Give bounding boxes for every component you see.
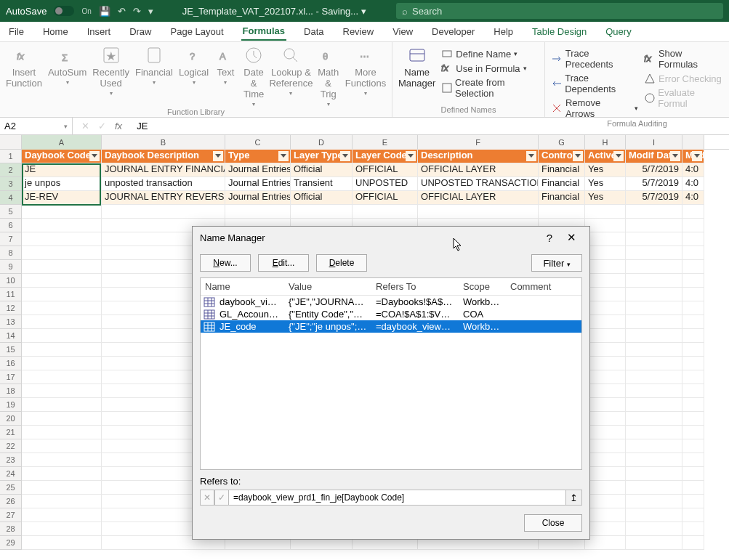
table-cell[interactable]: UNPOSTED — [353, 177, 418, 191]
table-cell[interactable]: JE-REV — [22, 191, 102, 205]
table-cell[interactable] — [626, 495, 682, 508]
table-cell[interactable] — [682, 329, 704, 343]
table-cell[interactable]: unposted transaction — [102, 177, 225, 191]
remove-arrows-button[interactable]: Remove Arrows ▾ — [551, 97, 638, 119]
row-header[interactable]: 24 — [0, 467, 22, 481]
table-cell[interactable] — [626, 522, 682, 536]
row-header[interactable]: 12 — [0, 301, 22, 315]
table-cell[interactable] — [626, 343, 682, 357]
row-header[interactable]: 13 — [0, 315, 22, 329]
table-cell[interactable] — [539, 205, 585, 219]
evaluate-formula-button[interactable]: Evaluate Formul — [644, 87, 723, 109]
table-cell[interactable] — [626, 467, 682, 481]
table-cell[interactable] — [22, 536, 102, 550]
table-cell[interactable] — [626, 219, 682, 232]
row-header[interactable]: 3 — [0, 177, 22, 191]
table-cell[interactable] — [22, 370, 102, 384]
table-cell[interactable] — [682, 205, 704, 219]
redo-icon[interactable]: ↷ — [133, 6, 141, 17]
table-header-cell[interactable]: Layer Type — [291, 150, 353, 163]
table-header-cell[interactable]: Control — [539, 150, 585, 163]
math-trig-button[interactable]: θMath & Trig▾ — [317, 45, 339, 107]
row-header[interactable]: 25 — [0, 481, 22, 495]
table-cell[interactable] — [682, 522, 704, 536]
row-header[interactable]: 27 — [0, 508, 22, 522]
table-cell[interactable] — [682, 467, 704, 481]
logical-button[interactable]: ?Logical▾ — [179, 45, 209, 107]
names-list[interactable]: Name Value Refers To Scope Comment daybo… — [200, 277, 582, 470]
table-cell[interactable] — [418, 205, 539, 219]
new-button[interactable]: New... — [200, 254, 251, 272]
undo-icon[interactable]: ↶ — [118, 6, 126, 17]
column-header[interactable]: I — [626, 135, 682, 150]
row-header[interactable]: 7 — [0, 232, 22, 246]
table-cell[interactable]: Official — [291, 191, 353, 205]
table-cell[interactable]: Transient — [291, 177, 353, 191]
column-header[interactable]: C — [225, 135, 291, 150]
column-header[interactable]: H — [585, 135, 626, 150]
table-cell[interactable]: Yes — [585, 177, 626, 191]
table-cell[interactable] — [22, 495, 102, 508]
table-cell[interactable] — [682, 508, 704, 522]
tab-draw[interactable]: Draw — [128, 23, 153, 40]
table-header-cell[interactable]: Description — [418, 150, 539, 163]
refers-accept-icon[interactable]: ✓ — [214, 490, 229, 506]
table-cell[interactable]: 4:0 — [682, 177, 704, 191]
table-cell[interactable]: OFFICIAL — [353, 191, 418, 205]
row-header[interactable]: 23 — [0, 453, 22, 467]
table-cell[interactable] — [682, 453, 704, 467]
table-cell[interactable] — [682, 481, 704, 495]
table-cell[interactable] — [682, 384, 704, 398]
row-header[interactable]: 5 — [0, 205, 22, 219]
row-header[interactable]: 22 — [0, 439, 22, 453]
table-header-cell[interactable]: Type — [225, 150, 291, 163]
table-cell[interactable] — [22, 232, 102, 246]
name-box[interactable]: A2▾ — [0, 118, 73, 134]
tab-page-layout[interactable]: Page Layout — [169, 23, 225, 40]
table-cell[interactable] — [626, 439, 682, 453]
table-cell[interactable] — [626, 260, 682, 274]
table-header-cell[interactable]: Daybook Description — [102, 150, 225, 163]
table-cell[interactable]: Financial — [539, 177, 585, 191]
table-cell[interactable] — [585, 205, 626, 219]
table-cell[interactable] — [22, 205, 102, 219]
table-cell[interactable]: 5/7/2019 — [626, 163, 682, 177]
table-cell[interactable] — [682, 398, 704, 412]
table-cell[interactable] — [682, 260, 704, 274]
table-cell[interactable] — [682, 439, 704, 453]
table-cell[interactable]: JOURNAL ENTRY REVERSE — [102, 191, 225, 205]
row-header[interactable]: 2 — [0, 163, 22, 177]
table-cell[interactable] — [626, 246, 682, 260]
table-cell[interactable]: 4:0 — [682, 163, 704, 177]
column-header[interactable]: F — [418, 135, 539, 150]
table-cell[interactable] — [585, 412, 626, 426]
table-cell[interactable] — [585, 219, 626, 232]
table-cell[interactable]: Yes — [585, 191, 626, 205]
tab-home[interactable]: Home — [41, 23, 70, 40]
table-cell[interactable]: Financial — [539, 163, 585, 177]
refers-to-input[interactable] — [229, 490, 566, 506]
table-cell[interactable] — [626, 329, 682, 343]
show-formulas-button[interactable]: fxShow Formulas — [644, 48, 723, 70]
table-header-cell[interactable]: Active — [585, 150, 626, 163]
error-checking-button[interactable]: Error Checking — [644, 73, 723, 84]
table-cell[interactable] — [682, 426, 704, 439]
name-list-row[interactable]: JE_code{"JE";"je unpos";"JE-RE... =daybo… — [201, 320, 581, 333]
row-header[interactable]: 28 — [0, 522, 22, 536]
table-cell[interactable] — [22, 246, 102, 260]
table-cell[interactable] — [22, 384, 102, 398]
table-cell[interactable] — [682, 343, 704, 357]
table-cell[interactable] — [626, 536, 682, 550]
table-cell[interactable] — [626, 481, 682, 495]
table-cell[interactable] — [626, 288, 682, 301]
table-cell[interactable] — [682, 536, 704, 550]
row-header[interactable]: 9 — [0, 260, 22, 274]
table-cell[interactable]: Journal Entries — [225, 177, 291, 191]
table-cell[interactable]: JOURNAL ENTRY FINANCIAL — [102, 163, 225, 177]
trace-dependents-button[interactable]: Trace Dependents — [551, 73, 638, 94]
table-cell[interactable] — [585, 426, 626, 439]
autosave-toggle[interactable]: AutoSave On — [6, 6, 92, 17]
more-functions-button[interactable]: ⋯More Functions▾ — [345, 45, 386, 107]
insert-function-button[interactable]: fxInsert Function — [6, 45, 42, 107]
table-cell[interactable] — [22, 329, 102, 343]
